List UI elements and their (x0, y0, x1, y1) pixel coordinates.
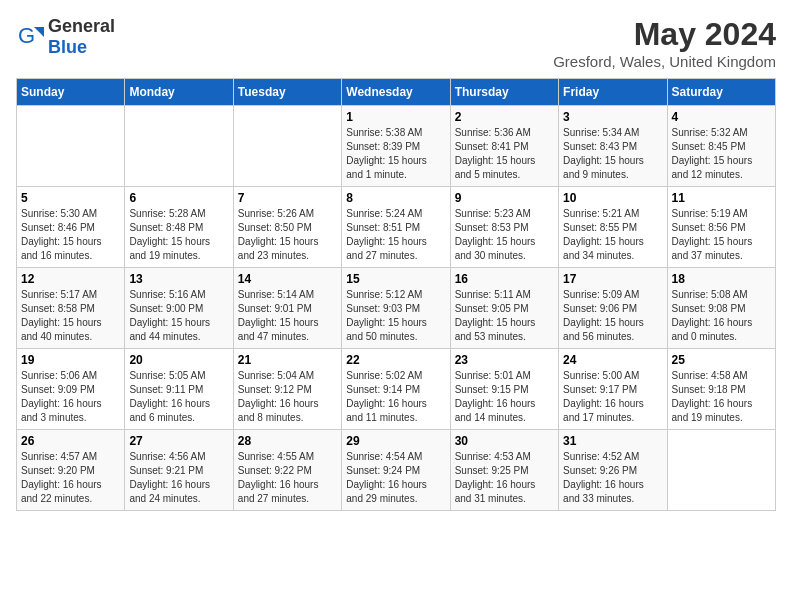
calendar-cell: 3Sunrise: 5:34 AM Sunset: 8:43 PM Daylig… (559, 106, 667, 187)
page-header: G General Blue May 2024 Gresford, Wales,… (16, 16, 776, 70)
calendar-cell: 4Sunrise: 5:32 AM Sunset: 8:45 PM Daylig… (667, 106, 775, 187)
calendar-week-row: 1Sunrise: 5:38 AM Sunset: 8:39 PM Daylig… (17, 106, 776, 187)
day-info: Sunrise: 5:09 AM Sunset: 9:06 PM Dayligh… (563, 288, 662, 344)
logo-text-general: General (48, 16, 115, 36)
logo: G General Blue (16, 16, 115, 58)
day-number: 27 (129, 434, 228, 448)
day-info: Sunrise: 5:30 AM Sunset: 8:46 PM Dayligh… (21, 207, 120, 263)
day-number: 7 (238, 191, 337, 205)
calendar-cell: 30Sunrise: 4:53 AM Sunset: 9:25 PM Dayli… (450, 430, 558, 511)
calendar-cell (233, 106, 341, 187)
day-number: 5 (21, 191, 120, 205)
day-info: Sunrise: 4:58 AM Sunset: 9:18 PM Dayligh… (672, 369, 771, 425)
day-info: Sunrise: 4:56 AM Sunset: 9:21 PM Dayligh… (129, 450, 228, 506)
calendar-title: May 2024 (553, 16, 776, 53)
day-number: 23 (455, 353, 554, 367)
calendar-week-row: 19Sunrise: 5:06 AM Sunset: 9:09 PM Dayli… (17, 349, 776, 430)
calendar-cell: 14Sunrise: 5:14 AM Sunset: 9:01 PM Dayli… (233, 268, 341, 349)
day-info: Sunrise: 5:23 AM Sunset: 8:53 PM Dayligh… (455, 207, 554, 263)
day-info: Sunrise: 5:12 AM Sunset: 9:03 PM Dayligh… (346, 288, 445, 344)
day-info: Sunrise: 5:19 AM Sunset: 8:56 PM Dayligh… (672, 207, 771, 263)
day-number: 16 (455, 272, 554, 286)
day-number: 19 (21, 353, 120, 367)
calendar-cell: 23Sunrise: 5:01 AM Sunset: 9:15 PM Dayli… (450, 349, 558, 430)
calendar-cell: 25Sunrise: 4:58 AM Sunset: 9:18 PM Dayli… (667, 349, 775, 430)
weekday-header: Tuesday (233, 79, 341, 106)
day-number: 11 (672, 191, 771, 205)
day-number: 26 (21, 434, 120, 448)
calendar-week-row: 12Sunrise: 5:17 AM Sunset: 8:58 PM Dayli… (17, 268, 776, 349)
calendar-cell: 24Sunrise: 5:00 AM Sunset: 9:17 PM Dayli… (559, 349, 667, 430)
day-info: Sunrise: 5:28 AM Sunset: 8:48 PM Dayligh… (129, 207, 228, 263)
day-number: 15 (346, 272, 445, 286)
day-number: 22 (346, 353, 445, 367)
calendar-cell: 6Sunrise: 5:28 AM Sunset: 8:48 PM Daylig… (125, 187, 233, 268)
day-number: 17 (563, 272, 662, 286)
calendar-cell: 13Sunrise: 5:16 AM Sunset: 9:00 PM Dayli… (125, 268, 233, 349)
day-info: Sunrise: 5:36 AM Sunset: 8:41 PM Dayligh… (455, 126, 554, 182)
weekday-header: Friday (559, 79, 667, 106)
calendar-cell: 21Sunrise: 5:04 AM Sunset: 9:12 PM Dayli… (233, 349, 341, 430)
weekday-header: Monday (125, 79, 233, 106)
day-info: Sunrise: 5:01 AM Sunset: 9:15 PM Dayligh… (455, 369, 554, 425)
day-info: Sunrise: 5:00 AM Sunset: 9:17 PM Dayligh… (563, 369, 662, 425)
logo-text-blue: Blue (48, 37, 87, 57)
calendar-cell: 22Sunrise: 5:02 AM Sunset: 9:14 PM Dayli… (342, 349, 450, 430)
weekday-header: Saturday (667, 79, 775, 106)
day-number: 6 (129, 191, 228, 205)
day-number: 29 (346, 434, 445, 448)
day-info: Sunrise: 5:32 AM Sunset: 8:45 PM Dayligh… (672, 126, 771, 182)
logo-icon: G (16, 23, 44, 51)
day-info: Sunrise: 5:26 AM Sunset: 8:50 PM Dayligh… (238, 207, 337, 263)
calendar-cell: 11Sunrise: 5:19 AM Sunset: 8:56 PM Dayli… (667, 187, 775, 268)
calendar-cell (125, 106, 233, 187)
calendar-cell: 19Sunrise: 5:06 AM Sunset: 9:09 PM Dayli… (17, 349, 125, 430)
calendar-week-row: 26Sunrise: 4:57 AM Sunset: 9:20 PM Dayli… (17, 430, 776, 511)
day-info: Sunrise: 4:57 AM Sunset: 9:20 PM Dayligh… (21, 450, 120, 506)
day-number: 13 (129, 272, 228, 286)
calendar-cell (667, 430, 775, 511)
day-info: Sunrise: 4:54 AM Sunset: 9:24 PM Dayligh… (346, 450, 445, 506)
day-number: 24 (563, 353, 662, 367)
calendar-cell: 8Sunrise: 5:24 AM Sunset: 8:51 PM Daylig… (342, 187, 450, 268)
day-info: Sunrise: 5:17 AM Sunset: 8:58 PM Dayligh… (21, 288, 120, 344)
calendar-cell: 12Sunrise: 5:17 AM Sunset: 8:58 PM Dayli… (17, 268, 125, 349)
calendar-cell: 28Sunrise: 4:55 AM Sunset: 9:22 PM Dayli… (233, 430, 341, 511)
day-info: Sunrise: 5:16 AM Sunset: 9:00 PM Dayligh… (129, 288, 228, 344)
weekday-header-row: SundayMondayTuesdayWednesdayThursdayFrid… (17, 79, 776, 106)
day-number: 25 (672, 353, 771, 367)
calendar-subtitle: Gresford, Wales, United Kingdom (553, 53, 776, 70)
day-number: 21 (238, 353, 337, 367)
day-number: 12 (21, 272, 120, 286)
calendar-cell: 10Sunrise: 5:21 AM Sunset: 8:55 PM Dayli… (559, 187, 667, 268)
title-block: May 2024 Gresford, Wales, United Kingdom (553, 16, 776, 70)
calendar-cell: 27Sunrise: 4:56 AM Sunset: 9:21 PM Dayli… (125, 430, 233, 511)
day-number: 2 (455, 110, 554, 124)
day-number: 31 (563, 434, 662, 448)
calendar-cell: 5Sunrise: 5:30 AM Sunset: 8:46 PM Daylig… (17, 187, 125, 268)
weekday-header: Wednesday (342, 79, 450, 106)
calendar-cell: 1Sunrise: 5:38 AM Sunset: 8:39 PM Daylig… (342, 106, 450, 187)
calendar-cell: 20Sunrise: 5:05 AM Sunset: 9:11 PM Dayli… (125, 349, 233, 430)
calendar-week-row: 5Sunrise: 5:30 AM Sunset: 8:46 PM Daylig… (17, 187, 776, 268)
weekday-header: Thursday (450, 79, 558, 106)
day-info: Sunrise: 5:38 AM Sunset: 8:39 PM Dayligh… (346, 126, 445, 182)
day-number: 10 (563, 191, 662, 205)
day-number: 1 (346, 110, 445, 124)
calendar-cell: 18Sunrise: 5:08 AM Sunset: 9:08 PM Dayli… (667, 268, 775, 349)
day-info: Sunrise: 5:05 AM Sunset: 9:11 PM Dayligh… (129, 369, 228, 425)
day-number: 14 (238, 272, 337, 286)
calendar-table: SundayMondayTuesdayWednesdayThursdayFrid… (16, 78, 776, 511)
day-info: Sunrise: 5:11 AM Sunset: 9:05 PM Dayligh… (455, 288, 554, 344)
day-info: Sunrise: 5:34 AM Sunset: 8:43 PM Dayligh… (563, 126, 662, 182)
svg-text:G: G (18, 23, 35, 48)
day-info: Sunrise: 4:52 AM Sunset: 9:26 PM Dayligh… (563, 450, 662, 506)
day-info: Sunrise: 5:14 AM Sunset: 9:01 PM Dayligh… (238, 288, 337, 344)
calendar-cell: 7Sunrise: 5:26 AM Sunset: 8:50 PM Daylig… (233, 187, 341, 268)
calendar-cell: 29Sunrise: 4:54 AM Sunset: 9:24 PM Dayli… (342, 430, 450, 511)
day-number: 8 (346, 191, 445, 205)
day-number: 3 (563, 110, 662, 124)
day-info: Sunrise: 5:04 AM Sunset: 9:12 PM Dayligh… (238, 369, 337, 425)
calendar-cell: 26Sunrise: 4:57 AM Sunset: 9:20 PM Dayli… (17, 430, 125, 511)
day-number: 18 (672, 272, 771, 286)
